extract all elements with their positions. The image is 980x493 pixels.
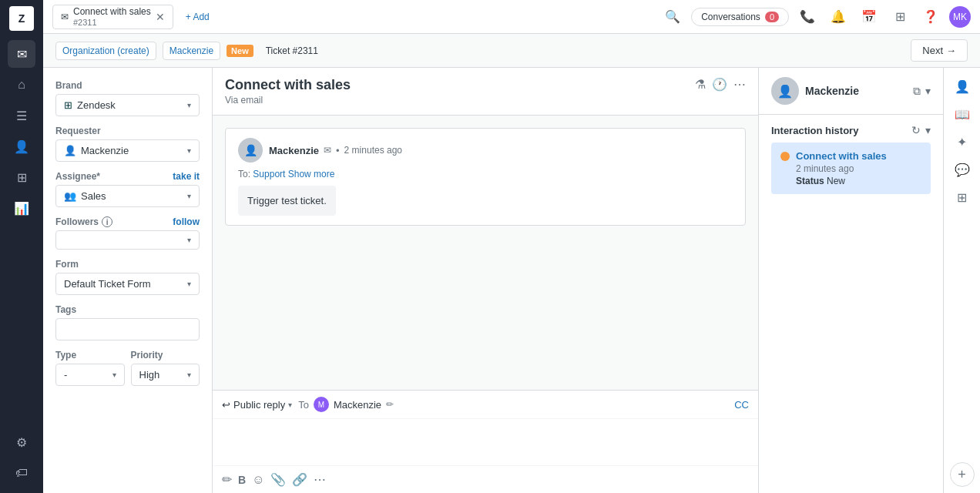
main-container: ✉ Connect with sales #2311 ✕ + Add 🔍 Con…: [43, 0, 980, 493]
bell-icon[interactable]: 🔔: [826, 5, 851, 29]
nav-icon-apps[interactable]: ⊞: [8, 163, 35, 191]
bold-icon[interactable]: B: [238, 474, 246, 486]
message-time: 2 minutes ago: [344, 145, 402, 156]
priority-select[interactable]: High ▾: [131, 364, 200, 386]
messages-area: 👤 Mackenzie ✉ • 2 minutes ago To:: [213, 116, 758, 390]
requester-label: Requester: [55, 126, 200, 136]
status-badge: New: [227, 45, 253, 57]
breadcrumb-user[interactable]: Mackenzie: [163, 42, 220, 60]
nav-icon-reports[interactable]: 📊: [8, 194, 35, 222]
reply-input[interactable]: [213, 419, 758, 465]
message-sender: Mackenzie: [269, 145, 319, 156]
center-panel: Connect with sales Via email ⚗ 🕐 ⋯ 👤 Mac: [213, 68, 758, 493]
followers-label: Followers i follow: [55, 216, 200, 227]
breadcrumb-bar: Organization (create) Mackenzie New Tick…: [43, 34, 980, 68]
message-body: Trigger test ticket.: [238, 186, 336, 216]
reply-type-chevron-icon: ▾: [288, 401, 292, 409]
reply-to-section: To M Mackenzie ✏: [298, 397, 394, 412]
more-format-icon[interactable]: ⋯: [314, 472, 326, 487]
nav-icon-users[interactable]: 👤: [8, 132, 35, 160]
message-to: To: Support Show more: [238, 169, 733, 179]
active-tab[interactable]: ✉ Connect with sales #2311 ✕: [52, 5, 173, 29]
breadcrumb-org[interactable]: Organization (create): [55, 42, 156, 60]
filter-icon[interactable]: ⚗: [695, 77, 706, 92]
brand-chevron-icon: ▾: [187, 101, 191, 109]
calendar-icon[interactable]: 📅: [857, 5, 881, 29]
compose-icon[interactable]: ✏: [222, 472, 232, 487]
link-icon[interactable]: 🔗: [292, 472, 307, 487]
phone-icon[interactable]: 📞: [795, 5, 820, 29]
book-icon[interactable]: 📖: [950, 102, 975, 126]
nav-icon-tickets[interactable]: ✉: [8, 40, 35, 68]
requester-user-icon: 👤: [64, 145, 76, 156]
right-panel: 👤 Mackenzie ⧉ ▾ Interaction history ↻ ▾: [758, 68, 943, 493]
emoji-icon[interactable]: ☺: [252, 473, 264, 487]
interaction-title-link[interactable]: Connect with sales: [796, 150, 921, 162]
message-email-icon: ✉: [324, 145, 331, 156]
chat-icon[interactable]: 💬: [950, 157, 975, 182]
conversations-label: Conversations: [701, 12, 760, 22]
history-icon[interactable]: 🕐: [712, 77, 727, 92]
zendesk-icon: ⊞: [64, 99, 72, 111]
interaction-time: 2 minutes ago: [796, 163, 921, 174]
show-more-link[interactable]: Show more: [288, 169, 335, 179]
type-select[interactable]: - ▾: [55, 364, 125, 386]
left-navigation: Z ✉ ⌂ ☰ 👤 ⊞ 📊 ⚙ 🏷: [0, 0, 43, 493]
magic-icon[interactable]: ✦: [950, 129, 975, 154]
attach-icon[interactable]: 📎: [270, 472, 286, 487]
requester-chevron-icon: ▾: [187, 146, 191, 155]
nav-icon-home[interactable]: ⌂: [8, 71, 35, 99]
followers-info-icon[interactable]: i: [102, 216, 112, 227]
reply-type-label: Public reply: [233, 399, 285, 411]
assignee-chevron-icon: ▾: [187, 192, 191, 200]
tab-email-icon: ✉: [61, 12, 69, 22]
form-select[interactable]: Default Ticket Form ▾: [55, 273, 200, 295]
edit-to-icon[interactable]: ✏: [386, 399, 394, 410]
to-label: To: [298, 399, 309, 411]
interaction-collapse-icon[interactable]: ▾: [925, 124, 931, 136]
interaction-status: Status New: [796, 176, 921, 186]
tab-title: Connect with sales #2311: [73, 6, 151, 28]
add-tab-button[interactable]: + Add: [180, 8, 216, 25]
reply-area: ↩ Public reply ▾ To M Mackenzie ✏ CC ✏: [213, 390, 758, 493]
nav-icon-contacts[interactable]: ☰: [8, 102, 35, 129]
grid-apps-icon[interactable]: ⊞: [950, 185, 975, 210]
to-user-badge: M: [314, 397, 329, 412]
interaction-item[interactable]: Connect with sales 2 minutes ago Status …: [771, 143, 931, 194]
requester-select[interactable]: 👤 Mackenzie ▾: [55, 139, 200, 162]
tab-close-icon[interactable]: ✕: [156, 11, 165, 23]
search-icon[interactable]: 🔍: [660, 5, 685, 29]
open-external-icon[interactable]: ⧉: [913, 85, 921, 98]
more-options-icon[interactable]: ⋯: [733, 77, 746, 92]
nav-icon-admin[interactable]: 🏷: [8, 459, 35, 487]
next-button[interactable]: Next →: [911, 39, 968, 62]
user-profile-icon[interactable]: 👤: [950, 74, 975, 99]
followers-chevron-icon: ▾: [187, 236, 191, 244]
cc-button[interactable]: CC: [734, 399, 749, 411]
next-arrow-icon: →: [946, 45, 956, 56]
help-icon[interactable]: ❓: [918, 5, 943, 29]
add-icon[interactable]: +: [950, 462, 975, 487]
grid-icon[interactable]: ⊞: [888, 5, 912, 29]
followers-select[interactable]: ▾: [55, 230, 200, 250]
tags-input[interactable]: [55, 318, 200, 340]
refresh-icon[interactable]: ↻: [911, 124, 921, 136]
type-chevron-icon: ▾: [112, 371, 116, 379]
reply-toolbar: ↩ Public reply ▾ To M Mackenzie ✏ CC: [213, 391, 758, 419]
user-avatar[interactable]: MK: [949, 6, 971, 28]
nav-icon-settings[interactable]: ⚙: [8, 428, 35, 456]
conversations-button[interactable]: Conversations 0: [691, 8, 789, 26]
far-right-panel: 👤 📖 ✦ 💬 ⊞ +: [943, 68, 980, 493]
collapse-icon[interactable]: ▾: [925, 85, 931, 97]
take-it-link[interactable]: take it: [173, 171, 200, 182]
breadcrumb-ticket: Ticket #2311: [260, 42, 324, 59]
conversations-badge: 0: [765, 12, 779, 22]
brand-label: Brand: [55, 80, 200, 91]
reply-type-button[interactable]: ↩ Public reply ▾: [222, 399, 292, 411]
assignee-select[interactable]: 👥 Sales ▾: [55, 185, 200, 207]
follow-link[interactable]: follow: [173, 216, 200, 227]
right-panel-header: 👤 Mackenzie ⧉ ▾: [759, 68, 943, 115]
type-label: Type: [55, 350, 125, 361]
message-card: 👤 Mackenzie ✉ • 2 minutes ago To:: [225, 128, 746, 226]
brand-select[interactable]: ⊞ Zendesk ▾: [55, 94, 200, 116]
